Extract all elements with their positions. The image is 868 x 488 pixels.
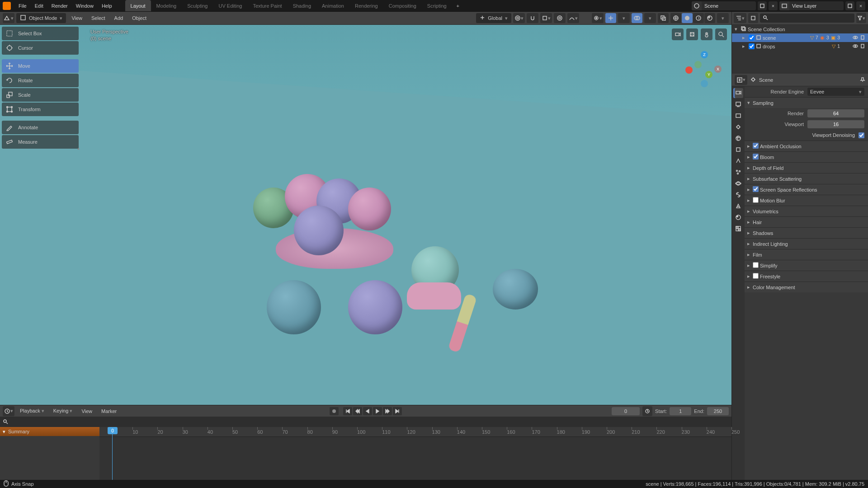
axis-x-neg[interactable] — [685, 66, 693, 74]
outliner-item-drops[interactable]: ▸ drops ▽1 — [732, 42, 868, 51]
current-frame-field[interactable]: 0 — [612, 407, 640, 415]
autokey-toggle[interactable] — [330, 407, 339, 415]
outliner-filter-button[interactable]: ▾ — [856, 13, 866, 23]
tab-texture-paint[interactable]: Texture Paint — [247, 0, 287, 11]
play-reverse-button[interactable] — [363, 407, 372, 415]
properties-tab-particles[interactable] — [733, 167, 743, 177]
preview-range-toggle[interactable] — [642, 406, 652, 416]
viewport-menu-view[interactable]: View — [68, 15, 86, 21]
axis-z[interactable]: Z — [701, 51, 708, 58]
tab-animation[interactable]: Animation — [316, 0, 349, 11]
eye-icon[interactable] — [853, 35, 858, 41]
menu-window[interactable]: Window — [72, 0, 98, 11]
collection-enable-checkbox[interactable] — [749, 43, 755, 49]
panel-depth-of-field[interactable]: ▸Depth of Field — [745, 162, 868, 173]
play-button[interactable] — [373, 407, 382, 415]
axis-y[interactable]: Y — [705, 71, 712, 78]
tab-layout[interactable]: Layout — [125, 0, 151, 11]
properties-tab-output[interactable] — [733, 99, 743, 109]
properties-breadcrumb[interactable]: Scene — [759, 77, 773, 83]
timeline-menu-marker[interactable]: Marker — [98, 408, 120, 414]
shading-solid[interactable] — [682, 13, 693, 23]
panel-film[interactable]: ▸Film — [745, 249, 868, 260]
end-frame-field[interactable]: 250 — [707, 407, 729, 415]
jump-prev-keyframe[interactable] — [353, 407, 362, 415]
panel-ambient-occlusion[interactable]: ▸Ambient Occlusion — [745, 141, 868, 151]
outliner-scene-collection[interactable]: ▾ Scene Collection — [732, 25, 868, 33]
panel-indirect-lighting[interactable]: ▸Indirect Lighting — [745, 238, 868, 249]
properties-tab-render[interactable] — [733, 88, 743, 98]
orientation-selector[interactable]: Global ▾ — [476, 13, 511, 23]
snap-selector[interactable]: ▾ — [540, 13, 552, 23]
scene-selector[interactable] — [692, 1, 756, 10]
render-engine-selector[interactable]: Eevee▾ — [807, 88, 864, 96]
menu-render[interactable]: Render — [47, 0, 72, 11]
panel-subsurface-scattering[interactable]: ▸Subsurface Scattering — [745, 173, 868, 184]
overlays-toggle[interactable] — [632, 13, 642, 23]
perspective-toggle[interactable] — [686, 28, 698, 40]
panel-freestyle[interactable]: ▸Freestyle — [745, 271, 868, 282]
overlays-selector[interactable]: ▾ — [644, 13, 656, 23]
disable-icon[interactable] — [860, 35, 865, 41]
shading-rendered[interactable] — [704, 13, 715, 23]
simplify-checkbox[interactable] — [753, 262, 759, 268]
camera-view-button[interactable] — [672, 28, 684, 40]
scene-new-button[interactable] — [758, 1, 767, 10]
navigation-gizmo[interactable]: Z X Y — [686, 52, 722, 88]
properties-tab-material[interactable] — [733, 212, 743, 222]
viewport-3d[interactable]: Select Box Cursor Move Rotate Scale — [0, 25, 731, 405]
tool-rotate[interactable]: Rotate — [2, 74, 79, 87]
menu-help[interactable]: Help — [98, 0, 116, 11]
tab-rendering[interactable]: Rendering — [349, 0, 383, 11]
tool-annotate[interactable]: Annotate — [2, 121, 79, 134]
properties-tab-texture[interactable] — [733, 224, 743, 234]
outliner-tree[interactable]: ▾ Scene Collection ▸ scene ▽7 ◉3 ▣3 — [732, 25, 868, 74]
tool-move[interactable]: Move — [2, 59, 79, 73]
outliner-display-mode[interactable] — [748, 13, 758, 23]
properties-tab-world[interactable] — [733, 133, 743, 143]
outliner-search[interactable] — [760, 14, 854, 23]
properties-tab-constraints[interactable] — [733, 190, 743, 200]
properties-tab-viewlayer[interactable] — [733, 111, 743, 121]
viewport-menu-add[interactable]: Add — [111, 15, 127, 21]
sampling-viewport-field[interactable]: 16 — [807, 120, 864, 128]
properties-editor-selector[interactable]: ▾ — [735, 75, 747, 85]
bloom-checkbox[interactable] — [753, 154, 759, 160]
tool-cursor[interactable]: Cursor — [2, 41, 79, 55]
jump-end-button[interactable] — [393, 407, 402, 415]
viewport-menu-select[interactable]: Select — [88, 15, 109, 21]
tab-scripting[interactable]: Scripting — [422, 0, 452, 11]
shading-lookdev[interactable] — [693, 13, 704, 23]
playhead[interactable]: 0 — [112, 427, 113, 480]
tab-compositing[interactable]: Compositing — [383, 0, 422, 11]
pivot-selector[interactable]: ▾ — [513, 13, 525, 23]
panel-bloom[interactable]: ▸Bloom — [745, 151, 868, 162]
collection-enable-checkbox[interactable] — [749, 35, 755, 41]
panel-simplify[interactable]: ▸Simplify — [745, 260, 868, 271]
viewport-denoising-checkbox[interactable] — [859, 132, 864, 138]
tool-select-box[interactable]: Select Box — [2, 27, 79, 40]
tab-add-button[interactable]: + — [452, 0, 464, 11]
panel-sampling[interactable]: ▾Sampling — [745, 97, 868, 108]
ao-checkbox[interactable] — [753, 143, 759, 149]
tab-sculpting[interactable]: Sculpting — [182, 0, 213, 11]
timeline-menu-playback[interactable]: Playback ▾ — [16, 408, 48, 414]
snap-toggle[interactable] — [527, 13, 538, 23]
mode-selector[interactable]: Object Mode ▾ — [16, 13, 66, 23]
gizmo-toggle[interactable] — [605, 13, 616, 23]
tab-modeling[interactable]: Modeling — [151, 0, 182, 11]
panel-color-management[interactable]: ▸Color Management — [745, 282, 868, 292]
properties-tab-physics[interactable] — [733, 178, 743, 188]
tool-scale[interactable]: Scale — [2, 88, 79, 102]
properties-tab-data[interactable] — [733, 201, 743, 211]
timeline-summary-row[interactable]: ▾Summary — [0, 427, 99, 436]
viewport-menu-object[interactable]: Object — [128, 15, 150, 21]
panel-hair[interactable]: ▸Hair — [745, 216, 868, 227]
jump-start-button[interactable] — [343, 407, 352, 415]
timeline-ruler[interactable]: 0102030405060708090100110120130140150160… — [99, 427, 731, 437]
freestyle-checkbox[interactable] — [753, 273, 759, 279]
visibility-selector[interactable]: ▾ — [592, 13, 604, 23]
viewlayer-new-button[interactable] — [845, 1, 854, 10]
scene-delete-button[interactable]: × — [769, 1, 778, 10]
properties-tab-object[interactable] — [733, 145, 743, 155]
